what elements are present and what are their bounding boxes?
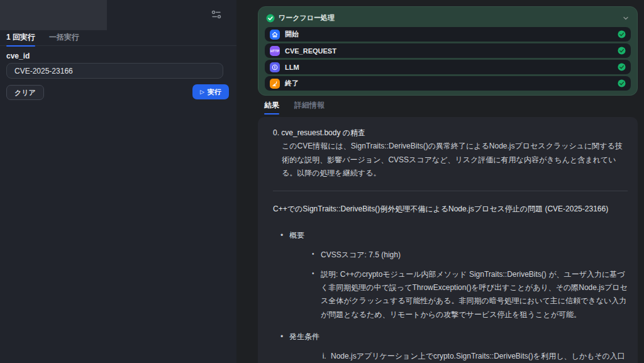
result-pane: ワークフロー処理 開始 HTTP [236,0,644,363]
step-title: 0. cve_resuest.body の精査 [273,126,628,140]
node-label: 開始 [285,30,613,39]
workflow-node-cve-request[interactable]: HTTP CVE_REQUEST [265,43,631,58]
section-title: 概要 [289,229,628,242]
report-sections: 概要 CVSSスコア: 7.5 (high) 説明: C++のcryptoモジュ… [273,229,628,363]
tab-result[interactable]: 結果 [264,100,279,114]
section-title: 発生条件 [289,330,628,343]
result-tabbar: 結果 詳細情報 [264,100,325,114]
clear-button[interactable]: クリア [6,85,44,100]
node-success-icon [618,79,626,87]
list-item: Node.jsアプリケーション上でcrypto.SignTraits::Deri… [328,350,628,363]
workflow-node-end[interactable]: 終了 [265,76,631,91]
section-conditions: 発生条件 Node.jsアプリケーション上でcrypto.SignTraits:… [273,330,628,363]
result-content: 0. cve_resuest.body の精査 このCVE情報には、SignTr… [258,117,638,363]
tab-details[interactable]: 詳細情報 [294,100,325,114]
header-block [0,0,107,30]
http-icon: HTTP [270,46,280,56]
tab-single-run[interactable]: 1 回実行 [6,30,35,45]
workflow-node-start[interactable]: 開始 [265,27,631,42]
list-item: CVSSスコア: 7.5 (high) [312,249,628,262]
play-icon: ▷ [200,89,204,95]
end-icon [270,79,280,89]
tab-batch-run[interactable]: 一括実行 [49,30,79,45]
app-window: 1 回実行 一括実行 cve_id クリア ▷ 実行 ワークフロー処理 [0,0,644,363]
success-check-icon [266,14,275,23]
workflow-node-llm[interactable]: LLM [265,60,631,74]
node-label: 終了 [285,79,613,88]
settings-sliders-icon[interactable] [211,10,221,19]
node-success-icon [618,47,626,55]
run-button-label: 実行 [208,87,221,97]
node-success-icon [618,30,626,38]
node-success-icon [618,63,626,71]
node-label: LLM [285,64,613,71]
step-body: このCVE情報には、SignTraits::DeriveBits()の異常終了に… [282,140,628,180]
report-heading: C++でのSignTraits::DeriveBits()例外処理不備によるNo… [273,203,628,216]
workflow-panel: ワークフロー処理 開始 HTTP [258,6,638,96]
llm-icon [270,62,280,72]
section-overview: 概要 CVSSスコア: 7.5 (high) 説明: C++のcryptoモジュ… [273,229,628,321]
node-label: CVE_REQUEST [285,47,613,55]
cve-id-label: cve_id [6,52,30,60]
run-mode-tabbar: 1 回実行 一括実行 [0,30,236,46]
chevron-down-icon[interactable] [622,14,630,22]
workflow-header[interactable]: ワークフロー処理 [265,12,631,27]
workflow-title: ワークフロー処理 [279,13,618,23]
home-icon [270,30,280,40]
run-config-panel: 1 回実行 一括実行 cve_id クリア ▷ 実行 [0,0,236,363]
list-item: 説明: C++のcryptoモジュール内部メソッド SignTraits::De… [312,268,628,321]
run-button[interactable]: ▷ 実行 [192,84,229,99]
cve-id-input[interactable] [6,63,223,79]
divider [273,191,628,191]
